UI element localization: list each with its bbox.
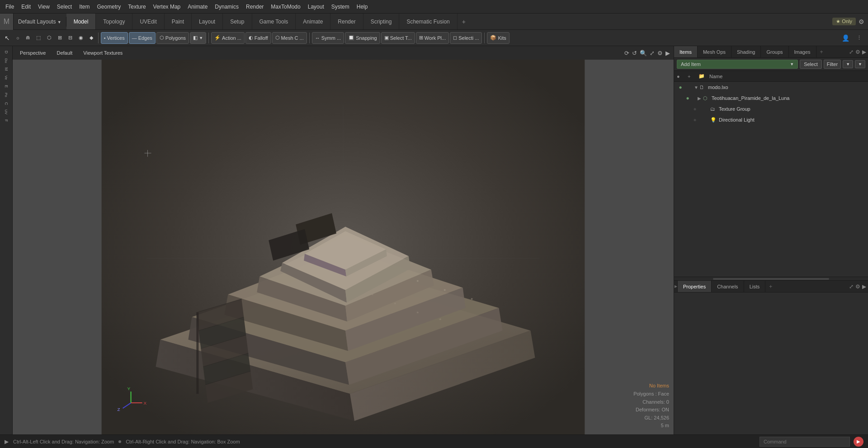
tab-render[interactable]: Render [330, 14, 363, 29]
default-layouts-dropdown[interactable]: Default Layouts ▼ [14, 17, 66, 27]
add-layout-tab[interactable]: + [458, 14, 470, 29]
viewport-settings-icon[interactable]: ⚙ [657, 50, 663, 57]
menu-help[interactable]: Help [353, 2, 372, 12]
star-only-btn[interactable]: ★ Only [832, 18, 856, 25]
selectt-btn[interactable]: ▣ Select T... [381, 32, 415, 44]
menu-geometry[interactable]: Geometry [94, 2, 125, 12]
viewport-zoom-icon[interactable]: 🔍 [640, 50, 647, 57]
left-tool-dup[interactable]: Du [1, 57, 12, 65]
menu-edit[interactable]: Edit [18, 2, 34, 12]
left-tool-ve[interactable]: Ve [1, 74, 12, 82]
tab-scripting[interactable]: Scripting [363, 14, 400, 29]
filter-extra[interactable]: ▼ [855, 60, 865, 68]
tree-item-light[interactable]: ● 💡 Directional Light [674, 114, 868, 125]
left-tool-uv[interactable]: UV [1, 108, 12, 116]
panel-more-icon[interactable]: ▶ [862, 49, 866, 55]
vis-icon-texgrp[interactable]: ● [690, 106, 699, 112]
tab-channels[interactable]: Channels [712, 281, 744, 292]
viewport-tab-textures[interactable]: Viewport Textures [80, 49, 126, 57]
viewport-sync-icon[interactable]: ⟳ [624, 50, 629, 57]
menu-dynamics[interactable]: Dynamics [211, 2, 242, 12]
viewport-more-icon[interactable]: ▶ [665, 50, 670, 57]
tab-shading[interactable]: Shading [731, 46, 761, 57]
viewport-expand-icon[interactable]: ⤢ [650, 50, 655, 57]
expand-root[interactable]: ▼ [694, 85, 699, 90]
tool-lasso[interactable]: ⋒ [23, 32, 33, 44]
polygons-btn[interactable]: ⬡ Polygons [156, 32, 189, 44]
tab-topology[interactable]: Topology [96, 14, 132, 29]
left-tool-f[interactable]: F [1, 117, 12, 125]
menu-vertexmap[interactable]: Vertex Map [150, 2, 184, 12]
tool-sphere[interactable]: ◉ [76, 32, 86, 44]
filter-button[interactable]: Filter [824, 60, 841, 69]
menu-maxtomodo[interactable]: MaxToModo [267, 2, 304, 12]
tab-schematicfusion[interactable]: Schematic Fusion [399, 14, 457, 29]
layout-settings-btn[interactable]: ⚙ [859, 18, 864, 25]
add-prop-tab[interactable]: + [765, 281, 776, 292]
tab-setup[interactable]: Setup [223, 14, 252, 29]
tab-meshops[interactable]: Mesh Ops [698, 46, 731, 57]
menu-view[interactable]: View [34, 2, 53, 12]
tree-item-root[interactable]: ● ▼ 🗋 modo.lxo [674, 82, 868, 93]
tab-paint[interactable]: Paint [165, 14, 192, 29]
tool-cage[interactable]: ⊞ [55, 32, 65, 44]
select-button[interactable]: Select [800, 60, 822, 69]
tab-gametools[interactable]: Game Tools [252, 14, 296, 29]
left-tool-e[interactable]: E [1, 82, 12, 90]
viewport-3d[interactable]: Perspective Default Viewport Textures ⟳ … [13, 46, 674, 434]
selection-btn[interactable]: ◻ Selecti ... [450, 32, 482, 44]
tool-subdivide[interactable]: ⊟ [66, 32, 75, 44]
tool-rect[interactable]: ⬚ [33, 32, 43, 44]
left-tool-c[interactable]: C [1, 99, 12, 108]
menu-texture[interactable]: Texture [124, 2, 149, 12]
kits-btn[interactable]: 📦 Kits [487, 32, 509, 44]
tool-diamond[interactable]: ◆ [87, 32, 96, 44]
left-tool-po[interactable]: Po [1, 91, 12, 99]
tab-groups[interactable]: Groups [761, 46, 788, 57]
snap-btn[interactable]: 🔲 Snapping [345, 32, 380, 44]
folder-column-icon[interactable]: 📁 [698, 73, 708, 79]
tool-select-icon[interactable]: ↖ [2, 32, 13, 44]
viewport-reset-icon[interactable]: ↺ [632, 50, 637, 57]
tab-model[interactable]: Model [66, 14, 96, 29]
falloff-btn[interactable]: ◐ Falloff [245, 32, 271, 44]
menu-select[interactable]: Select [53, 2, 75, 12]
prop-settings-icon[interactable]: ⚙ [855, 283, 860, 290]
menu-system[interactable]: System [328, 2, 353, 12]
tab-uvedit[interactable]: UVEdit [132, 14, 164, 29]
action-btn[interactable]: ⚡ Action ... [211, 32, 245, 44]
left-tool-m[interactable]: M [1, 65, 12, 73]
tool-circle[interactable]: ○ [14, 32, 22, 44]
tab-images[interactable]: Images [789, 46, 816, 57]
menu-render[interactable]: Render [242, 2, 267, 12]
menu-item[interactable]: Item [75, 2, 93, 12]
left-tool-d[interactable]: D [1, 48, 12, 56]
sym-btn[interactable]: ↔ Symm ... [312, 32, 344, 44]
add-column-icon[interactable]: + [688, 74, 697, 79]
tab-layout[interactable]: Layout [192, 14, 223, 29]
expand-mesh[interactable]: ▶ [698, 96, 703, 101]
prop-more-icon[interactable]: ▶ [862, 283, 866, 290]
prop-panel-collapse[interactable]: ▶ [674, 281, 678, 292]
tab-items[interactable]: Items [674, 46, 698, 57]
tab-lists[interactable]: Lists [744, 281, 766, 292]
menu-layout[interactable]: Layout [304, 2, 328, 12]
vis-icon-root[interactable]: ● [676, 84, 685, 90]
mode-dropdown[interactable]: ◧ ▼ [190, 32, 206, 44]
vis-icon-mesh[interactable]: ● [683, 95, 692, 101]
vis-icon-light[interactable]: ● [690, 117, 699, 123]
panel-expand-icon[interactable]: ⤢ [849, 49, 854, 55]
viewport-tab-default[interactable]: Default [53, 49, 76, 57]
menu-animate[interactable]: Animate [184, 2, 211, 12]
tree-item-texgrp[interactable]: ● 🗂 Texture Group [674, 104, 868, 114]
meshcomp-btn[interactable]: ⬡ Mesh C ... [272, 32, 307, 44]
dots-btn[interactable]: ⋮ [854, 32, 864, 44]
workplane-btn[interactable]: ⊞ Work Pl... [416, 32, 449, 44]
prop-expand-icon[interactable]: ⤢ [849, 283, 854, 290]
viewport-tab-perspective[interactable]: Perspective [16, 49, 49, 57]
vertices-btn[interactable]: • Vertices [101, 32, 128, 44]
menu-file[interactable]: File [2, 2, 18, 12]
tree-item-mesh[interactable]: ● ▶ ⬡ Teotihuacan_Piramide_de_la_Luna [674, 93, 868, 104]
tool-box[interactable]: ⬡ [44, 32, 54, 44]
add-items-tab[interactable]: + [816, 46, 827, 57]
